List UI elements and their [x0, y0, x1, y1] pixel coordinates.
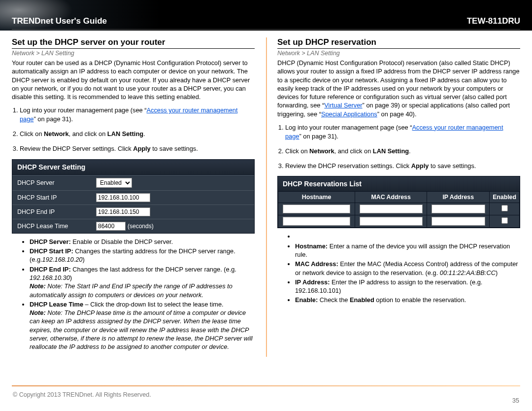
bullet-enable: Enable: Check the Enabled option to enab…	[295, 296, 520, 304]
t: Click on	[285, 147, 309, 155]
t: DHCP End IP:	[30, 266, 71, 273]
bullet-dhcp-server: DHCP Server: Enable or Disable the DHCP …	[30, 238, 255, 246]
t: Click on	[20, 130, 44, 137]
dhcp-reservations-panel: DHCP Reservations List Hostname MAC Addr…	[277, 176, 520, 228]
footer-copyright: © Copyright 2013 TRENDnet. All Rights Re…	[13, 391, 151, 398]
header-model: TEW-811DRU	[467, 16, 520, 26]
step-1-right: Log into your router management page (se…	[285, 123, 520, 141]
left-column: Set up the DHCP server on your router Ne…	[12, 37, 262, 352]
t: 192.168.10.20	[42, 256, 83, 263]
dhcp-server-select[interactable]: Enabled	[96, 178, 132, 188]
t: Changes the last address for the DHCP se…	[71, 266, 236, 273]
t: Enabled	[350, 296, 374, 304]
t: Enable:	[295, 296, 318, 304]
t: Hostname:	[295, 242, 328, 250]
reservation-bullets: Hostname: Enter a name of the device you…	[277, 232, 520, 304]
dhcp-start-ip-input[interactable]	[96, 193, 150, 202]
bullet-dhcp-start-ip: DHCP Start IP: Changes the starting addr…	[30, 247, 255, 264]
col-mac-address: MAC Address	[355, 192, 427, 203]
mac-address-input[interactable]	[360, 217, 423, 226]
t: ” on page 40).	[377, 110, 417, 118]
t: Network	[44, 130, 69, 137]
t: option to enable the reservation.	[374, 296, 466, 304]
t: , and click on	[334, 147, 373, 155]
t: LAN Setting	[107, 130, 143, 137]
t: to save settings.	[429, 162, 476, 170]
label-dhcp-server: DHCP Server	[17, 179, 96, 186]
t: Apply	[133, 145, 151, 152]
table-row	[278, 215, 520, 228]
section-heading-left: Set up the DHCP server on your router	[12, 37, 255, 49]
intro-paragraph-left: Your router can be used as a DHCP (Dynam…	[12, 59, 255, 101]
step-1-left: Log into your router management page (se…	[20, 106, 255, 124]
col-ip-address: IP Address	[427, 192, 490, 203]
label-dhcp-end-ip: DHCP End IP	[17, 208, 96, 215]
t: LAN Setting	[373, 147, 409, 155]
step-2-right: Click on Network, and click on LAN Setti…	[285, 147, 520, 156]
label-dhcp-start-ip: DHCP Start IP	[17, 194, 96, 201]
bullet-mac-address: MAC Address: Enter the MAC (Media Access…	[295, 260, 520, 277]
dhcp-server-bullets: DHCP Server: Enable or Disable the DHCP …	[12, 238, 255, 351]
ip-address-input[interactable]	[432, 217, 485, 226]
lease-suffix: (seconds)	[128, 223, 154, 230]
t: to save settings.	[151, 145, 198, 152]
row-dhcp-start-ip: DHCP Start IP	[12, 190, 254, 205]
steps-list-right: Log into your router management page (se…	[277, 123, 520, 171]
t: IP Address:	[295, 278, 330, 286]
table-row	[278, 203, 520, 215]
dhcp-end-ip-input[interactable]	[96, 207, 150, 216]
steps-list-left: Log into your router management page (se…	[12, 106, 255, 153]
t: , and click on	[69, 130, 107, 137]
t: .	[143, 130, 145, 137]
virtual-server-link[interactable]: Virtual Server	[324, 102, 362, 109]
note-text: Note: The DHCP lease time is the amount …	[30, 309, 253, 350]
t: Check the	[318, 296, 350, 304]
dhcp-lease-time-input[interactable]	[96, 222, 126, 231]
step-3-right: Review the DHCP reservation settings. Cl…	[285, 162, 520, 171]
t: Review the DHCP Server settings. Click	[20, 145, 133, 152]
note-text: Note: The Start IP and End IP specify th…	[30, 282, 233, 298]
t: Review the DHCP reservation settings. Cl…	[285, 162, 411, 170]
t: Apply	[411, 162, 429, 170]
t: Enter a name of the device you will assi…	[295, 242, 510, 258]
t: )	[496, 269, 498, 276]
step1-pretext: Log into your router management page (se…	[20, 106, 147, 114]
right-column: Set up DHCP reservation Network > LAN Se…	[270, 37, 520, 352]
table-header-row: Hostname MAC Address IP Address Enabled	[278, 192, 520, 203]
column-divider	[266, 37, 267, 357]
bullet-empty	[295, 232, 520, 240]
col-enabled: Enabled	[490, 192, 520, 203]
step-2-left: Click on Network, and click on LAN Setti…	[20, 130, 255, 138]
t: Network	[309, 147, 334, 155]
t: DHCP Lease Time	[30, 301, 83, 308]
t: )	[82, 256, 84, 263]
dhcp-server-panel-title: DHCP Server Setting	[12, 160, 254, 175]
col-hostname: Hostname	[278, 192, 355, 203]
step1-posttext: ” on page 31).	[33, 115, 73, 123]
row-dhcp-server: DHCP Server Enabled	[12, 175, 254, 190]
ip-address-input[interactable]	[432, 205, 485, 213]
special-applications-link[interactable]: Special Applications	[321, 110, 377, 118]
t: ” on page 31).	[299, 133, 338, 140]
footer-page-number: 35	[512, 397, 519, 404]
breadcrumb-right: Network > LAN Setting	[277, 50, 520, 57]
dhcp-reservations-table: Hostname MAC Address IP Address Enabled	[278, 191, 520, 228]
hostname-input[interactable]	[283, 205, 350, 213]
content-area: Set up the DHCP server on your router Ne…	[0, 31, 532, 357]
breadcrumb-left: Network > LAN Setting	[12, 50, 255, 57]
bullet-dhcp-end-ip: DHCP End IP: Changes the last address fo…	[30, 265, 255, 299]
hostname-input[interactable]	[283, 217, 350, 226]
dhcp-server-panel: DHCP Server Setting DHCP Server Enabled …	[12, 159, 255, 234]
note-label: Note:	[30, 309, 46, 316]
t: DHCP Start IP:	[30, 247, 73, 255]
t: Log into your router management page (se…	[285, 124, 412, 131]
step-3-left: Review the DHCP Server settings. Click A…	[20, 144, 255, 153]
enabled-checkbox[interactable]	[501, 205, 508, 211]
header-title: TRENDnet User's Guide	[12, 16, 107, 26]
intro-paragraph-right: DHCP (Dynamic Host Configuration Protoco…	[277, 59, 520, 118]
bullet-dhcp-lease-time: DHCP Lease Time – Click the drop-down li…	[30, 300, 255, 351]
enabled-checkbox[interactable]	[501, 217, 508, 224]
mac-address-input[interactable]	[360, 205, 423, 213]
row-dhcp-end-ip: DHCP End IP	[12, 205, 254, 219]
t: – Click the drop-down list to select the…	[83, 301, 224, 308]
